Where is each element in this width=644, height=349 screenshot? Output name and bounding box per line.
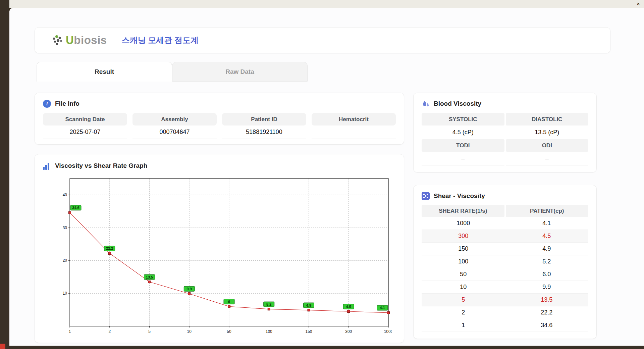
bv-label-row: TODIODI [422, 139, 588, 152]
svg-text:9.9: 9.9 [187, 287, 192, 291]
cell-shear-rate: 1 [422, 319, 505, 332]
table-body: 10004.13004.51504.91005.2506.0109.9513.5… [422, 217, 588, 332]
shear-viscosity-title: Shear - Viscosity [434, 192, 485, 200]
table-row: 222.2 [422, 306, 588, 319]
svg-text:30: 30 [63, 226, 67, 230]
file-info-fields: Scanning Date2025-07-07Assembly000704647… [43, 113, 396, 139]
cell-patient: 4.9 [505, 243, 589, 255]
cell-shear-rate: 10 [422, 281, 505, 294]
corner-indicator [0, 344, 5, 349]
cell-shear-rate: 100 [422, 255, 505, 268]
svg-text:34.6: 34.6 [72, 206, 79, 210]
blood-viscosity-title: Blood Viscosity [434, 100, 481, 107]
cell-shear-rate: 150 [422, 243, 505, 255]
cell-patient: 34.6 [505, 319, 589, 332]
cell-shear-rate: 5 [422, 294, 505, 306]
svg-text:300: 300 [345, 329, 352, 334]
close-button[interactable]: × [633, 0, 644, 8]
table-row: 109.9 [422, 281, 588, 294]
column-header-patient: PATIENT(cp) [506, 205, 589, 217]
field-label: Assembly [132, 113, 217, 126]
table-row: 506.0 [422, 268, 588, 281]
file-info-card: i File Info Scanning Date2025-07-07Assem… [35, 93, 404, 145]
app-header: Ubiosis 스캐닝 모세관 점도계 [35, 27, 610, 53]
field-label: Scanning Date [43, 113, 127, 126]
svg-text:1: 1 [69, 329, 71, 334]
cell-patient: 4.1 [505, 217, 589, 230]
table-row: 513.5 [422, 294, 588, 306]
file-info-field: Scanning Date2025-07-07 [43, 113, 127, 139]
field-label: Hematocrit [312, 113, 396, 126]
file-info-title: File Info [55, 100, 79, 107]
field-value: 51881921100 [222, 126, 306, 139]
table-row: 3004.5 [422, 230, 588, 243]
table-row: 1005.2 [422, 255, 588, 268]
tab-raw-data[interactable]: Raw Data [172, 62, 308, 82]
bv-label: TODI [422, 139, 504, 152]
viscosity-chart: 102030401251050100150300100034.622.213.5… [43, 174, 396, 341]
cell-shear-rate: 50 [422, 268, 505, 281]
field-value [312, 126, 396, 139]
svg-text:5.2: 5.2 [266, 302, 271, 306]
bv-value: – [506, 152, 589, 165]
bv-label: SYSTOLIC [422, 113, 504, 126]
svg-text:40: 40 [63, 193, 67, 197]
calculator-icon [422, 192, 430, 200]
svg-text:6: 6 [228, 300, 230, 304]
bv-value-row: –– [422, 152, 588, 165]
bv-value: 4.5 (cP) [422, 126, 504, 139]
svg-text:22.2: 22.2 [106, 246, 113, 250]
svg-text:100: 100 [266, 329, 272, 334]
tab-bar: Result Raw Data [37, 62, 610, 82]
tab-result[interactable]: Result [37, 62, 172, 82]
table-row: 134.6 [422, 319, 588, 332]
ubiosis-logo: Ubiosis [51, 34, 107, 47]
titlebar: × [9, 0, 644, 8]
info-icon: i [43, 100, 51, 108]
graph-title: Viscosity vs Shear Rate Graph [55, 162, 147, 169]
file-info-field: Hematocrit [312, 113, 396, 139]
field-value: 2025-07-07 [43, 126, 127, 139]
cell-patient: 13.5 [505, 294, 589, 306]
bv-label-row: SYSTOLICDIASTOLIC [422, 113, 588, 126]
bv-label: ODI [506, 139, 589, 152]
column-header-shear-rate: SHEAR RATE(1/s) [422, 205, 504, 217]
logo-u: U [66, 34, 74, 46]
shear-viscosity-table: SHEAR RATE(1/s) PATIENT(cp) 10004.13004.… [422, 205, 588, 332]
svg-text:150: 150 [305, 329, 312, 334]
page-title: 스캐닝 모세관 점도계 [122, 35, 199, 46]
graph-card: Viscosity vs Shear Rate Graph 1020304012… [35, 154, 404, 343]
cell-shear-rate: 1000 [422, 217, 505, 230]
file-info-field: Assembly000704647 [132, 113, 217, 139]
svg-text:50: 50 [227, 329, 231, 334]
svg-text:5: 5 [148, 329, 151, 334]
bv-value: 13.5 (cP) [506, 126, 589, 139]
cell-patient: 6.0 [505, 268, 589, 281]
svg-text:4.1: 4.1 [380, 306, 385, 310]
svg-text:4.9: 4.9 [306, 303, 311, 307]
table-row: 10004.1 [422, 217, 588, 230]
svg-text:10: 10 [63, 291, 67, 296]
main-panel: Ubiosis 스캐닝 모세관 점도계 Result Raw Data i Fi… [9, 8, 644, 346]
svg-text:20: 20 [63, 258, 67, 263]
cell-patient: 22.2 [505, 306, 589, 319]
file-info-field: Patient ID51881921100 [222, 113, 306, 139]
viscosity-shear-chart: 102030401251050100150300100034.622.213.5… [53, 174, 392, 340]
table-row: 1504.9 [422, 243, 588, 255]
svg-text:13.5: 13.5 [146, 275, 153, 279]
shear-viscosity-card: Shear - Viscosity SHEAR RATE(1/s) PATIEN… [413, 185, 597, 339]
blood-viscosity-grid: SYSTOLICDIASTOLIC4.5 (cP)13.5 (cP)TODIOD… [422, 113, 588, 165]
logo-text: Ubiosis [66, 34, 107, 47]
bv-value-row: 4.5 (cP)13.5 (cP) [422, 126, 588, 139]
cell-shear-rate: 2 [422, 306, 505, 319]
cell-patient: 4.5 [505, 230, 589, 243]
field-label: Patient ID [222, 113, 306, 126]
svg-text:10: 10 [187, 329, 192, 334]
field-value: 000704647 [132, 126, 217, 139]
droplet-icon [422, 100, 430, 108]
bar-chart-icon [43, 162, 51, 170]
logo-dots-icon [51, 34, 64, 47]
svg-text:1000: 1000 [384, 329, 392, 334]
cell-patient: 5.2 [505, 255, 589, 268]
table-header-row: SHEAR RATE(1/s) PATIENT(cp) [422, 205, 588, 217]
